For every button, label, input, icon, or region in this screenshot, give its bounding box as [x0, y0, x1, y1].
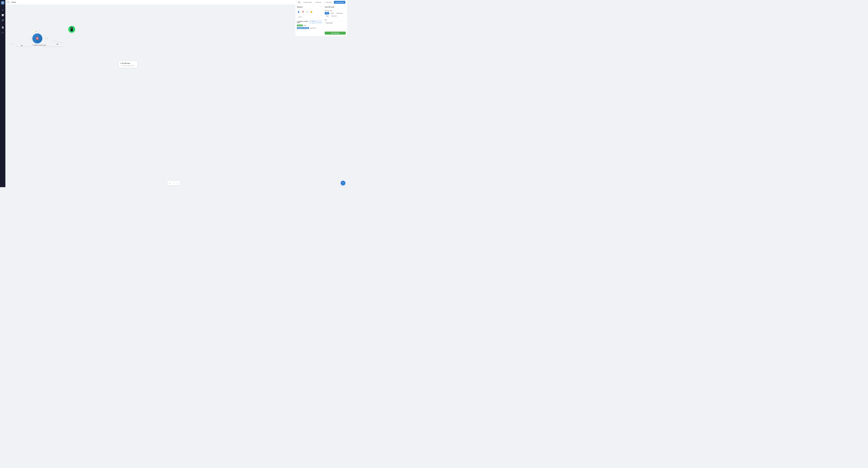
- text-label: Text: [325, 20, 346, 21]
- mapping-search: [296, 15, 323, 20]
- zoom-out-button[interactable]: −: [172, 182, 175, 185]
- message-types-label: Message Types: [323, 9, 347, 12]
- send-message-card-connector: [127, 67, 129, 68]
- mapping-close-button[interactable]: ×: [321, 6, 322, 8]
- sidebar: 🏠 ⊞ 📊 🔗 💾 </>: [0, 0, 5, 187]
- sidebar-icon-storage[interactable]: 💾: [1, 26, 4, 29]
- connector-dot-start: [11, 43, 12, 45]
- sidebar-logo[interactable]: 🏠: [1, 1, 4, 4]
- mapping-row-2: developer_message "invalid chat": [297, 27, 322, 29]
- back-button[interactable]: ←: [7, 1, 9, 3]
- mapping-tag-success: success: [297, 25, 303, 26]
- expand-all-button[interactable]: ⊕ Expand All: [309, 20, 316, 24]
- node-2-right-connector: [46, 37, 48, 39]
- sidebar-icon-analytics[interactable]: 📊: [1, 13, 4, 16]
- header: ← Untitled ↻ Refresh Field + Add Field ⊹…: [5, 0, 347, 5]
- add-field-button[interactable]: + Add Field: [314, 1, 322, 3]
- sidebar-icon-code[interactable]: </>: [1, 31, 4, 34]
- edit-button[interactable]: ✏: [168, 182, 172, 185]
- msg-type-image-button[interactable]: Image: [330, 12, 335, 14]
- help-button[interactable]: ?: [341, 181, 345, 186]
- msg-type-multi-image-button[interactable]: Multi image: [335, 12, 343, 14]
- node-crm-container: ! ⧉ × 🎯 2. Update a Custom Field: [32, 33, 46, 46]
- send-panel-close-button[interactable]: ×: [345, 6, 346, 8]
- refresh-icon: ↻: [303, 2, 304, 3]
- cut-icon-2[interactable]: ✂: [57, 43, 58, 45]
- mapping-row-1: success false: [297, 25, 322, 26]
- mapping-header: Mapping ×: [296, 5, 323, 9]
- msg-type-video-button[interactable]: Video: [325, 15, 330, 17]
- mapping-value-developer: "invalid chat": [310, 27, 316, 29]
- copy-button[interactable]: ⧉ Copy: [317, 20, 322, 24]
- copy-icon: ⧉: [317, 21, 318, 23]
- free-style-button[interactable]: ⊹ Free-Style: [323, 1, 332, 3]
- header-actions: ↻ Refresh Field + Add Field ⊹ Free-Style…: [302, 1, 345, 4]
- node-2-label: 2. Update a Custom Field: [32, 44, 46, 46]
- send-panel-header: Send Message ×: [323, 5, 347, 9]
- toggle-knob: [297, 2, 298, 3]
- mapping-search-input[interactable]: [297, 15, 322, 19]
- save-message-button[interactable]: Save Message: [325, 31, 346, 34]
- mapping-action-buttons: ⊕ Expand All ⧉ Copy: [309, 20, 322, 24]
- sidebar-icon-share[interactable]: 🔗: [1, 19, 4, 22]
- free-style-icon: ⊹: [324, 2, 325, 3]
- mapping-panel: Mapping × 👤 📅 🕐 😊 2. Update a Custom Fie…: [295, 5, 323, 36]
- send-message-card-title: 3. Send Message: [120, 63, 136, 64]
- text-input[interactable]: Terima kasih: [325, 21, 346, 31]
- mapping-title: Mapping: [297, 6, 303, 8]
- whatsapp-icon: 📱: [68, 26, 75, 33]
- send-panel-title: Send Message: [325, 6, 334, 8]
- expand-icon: ⊕: [310, 21, 311, 23]
- mapping-tab-person[interactable]: 👤: [297, 10, 300, 14]
- node-1-connector: [11, 43, 12, 45]
- send-message-panel: Send Message × Message Types Text Image …: [323, 5, 347, 36]
- mapping-tag-developer: developer_message: [297, 27, 309, 29]
- sidebar-icon-dashboard[interactable]: ⊞: [1, 8, 4, 11]
- toggle-switch[interactable]: [297, 1, 300, 3]
- msg-type-document-button[interactable]: Document: [330, 15, 338, 17]
- save-workflow-button[interactable]: Save Workflow: [334, 1, 345, 4]
- mapping-tab-clock[interactable]: 🕐: [306, 10, 309, 14]
- mapping-tab-calendar[interactable]: 📅: [301, 10, 305, 14]
- mapping-tabs: 👤 📅 🕐 😊: [296, 9, 323, 15]
- mapping-value-success: false: [304, 25, 306, 26]
- mapping-section-title: 2. Update a Custom Field ⊕ Expand All ⧉ …: [297, 20, 322, 24]
- node-3-container: ! ⧉ × 📱 3. Send Message --no message typ…: [62, 32, 81, 39]
- node-2-close-button[interactable]: ×: [38, 31, 40, 33]
- bottom-toolbar: ✏ − +: [167, 181, 180, 186]
- node-2-info-button[interactable]: !: [32, 31, 34, 33]
- text-section: Text Terima kasih: [323, 18, 347, 32]
- node-2-actions: ! ⧉ ×: [32, 31, 40, 33]
- svg-line-2: [54, 41, 63, 43]
- cut-icon-1[interactable]: ✂: [21, 44, 23, 47]
- refresh-field-button[interactable]: ↻ Refresh Field: [302, 1, 313, 3]
- page-title: Untitled: [11, 1, 295, 3]
- zoom-in-button[interactable]: +: [176, 182, 179, 185]
- send-message-card-body: --no message type selected--: [120, 65, 136, 66]
- node-2-left-connector: [31, 37, 32, 39]
- message-type-tabs: Text Image Multi image Video Document: [323, 12, 347, 18]
- msg-type-text-button[interactable]: Text: [325, 12, 329, 14]
- send-message-card[interactable]: 3. Send Message --no message type select…: [119, 61, 137, 68]
- mapping-tab-emoji[interactable]: 😊: [310, 10, 313, 14]
- crm-node-icon[interactable]: 🎯: [32, 33, 42, 43]
- mapping-content: 2. Update a Custom Field ⊕ Expand All ⧉ …: [296, 20, 323, 36]
- node-2-copy-button[interactable]: ⧉: [35, 31, 37, 33]
